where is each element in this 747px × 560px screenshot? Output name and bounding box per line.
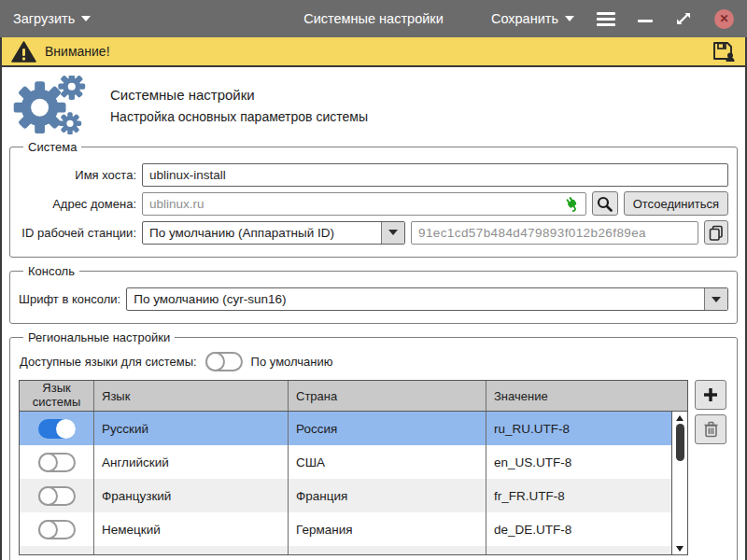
scroll-down-icon[interactable] [672,542,687,554]
row-language-toggle[interactable] [38,486,76,506]
hostname-label: Имя хоста: [19,168,136,182]
language-table-body: РусскийРоссияru_RU.UTF-8АнглийскийСШАen_… [20,412,687,554]
column-header-country: Страна [289,381,486,411]
cell-value: fr_FR.UTF-8 [486,489,671,503]
workstation-id-selected: По умолчанию (Аппаратный ID) [143,222,381,244]
page-subtitle: Настройка основных параметров системы [110,109,368,124]
system-settings-window: Системные настройки Загрузить Сохранить … [0,0,747,560]
regional-section: Региональные настройки Доступные языки д… [9,330,738,560]
save-menu-label: Сохранить [491,11,558,26]
load-menu-button[interactable]: Загрузить [13,11,91,26]
console-font-label: Шрифт в консоли: [19,292,120,306]
save-file-icon[interactable] [712,40,736,63]
system-legend: Система [23,140,81,154]
scroll-up-icon[interactable] [672,412,687,424]
table-row-partial [20,546,671,554]
row-language-toggle[interactable] [38,520,76,539]
gears-icon [11,76,95,134]
copy-id-button[interactable] [704,220,728,245]
warning-bar: Внимание! [2,37,745,67]
console-font-select[interactable]: По умолчанию (cyr-sun16) [126,287,728,311]
chevron-down-icon [565,16,574,21]
close-icon[interactable]: ✕ [714,9,734,29]
menu-icon[interactable] [597,12,615,26]
cell-country: Франция [289,479,486,512]
hostname-input[interactable] [142,163,728,187]
cell-language: Французкий [94,479,289,512]
available-languages-label: Доступные языки для системы: [20,355,197,369]
save-menu-button[interactable]: Сохранить [491,11,574,26]
workstation-id-select[interactable]: По умолчанию (Аппаратный ID) [142,221,405,245]
language-table: Язык системы Язык Страна Значение Русски… [19,380,688,555]
row-language-toggle[interactable] [38,419,76,439]
chevron-down-icon[interactable] [381,222,404,244]
plug-connected-icon [564,196,581,216]
cell-language: Русский [94,412,289,445]
warning-text: Внимание! [45,44,110,59]
titlebar: Системные настройки Загрузить Сохранить … [0,0,747,37]
app-header: Системные настройки Настройка основных п… [2,67,745,140]
cell-country: США [289,445,486,479]
available-languages-toggle[interactable] [205,352,243,371]
search-icon [597,196,613,212]
row-language-toggle[interactable] [38,453,76,472]
search-domain-button[interactable] [592,191,618,216]
domain-input[interactable] [142,192,586,216]
cell-system-language [20,479,94,512]
resize-icon[interactable] [675,10,692,27]
copy-icon [709,225,724,241]
plus-icon [702,386,719,403]
cell-system-language [20,412,94,445]
language-table-header: Язык системы Язык Страна Значение [20,381,687,412]
warning-triangle-icon [11,41,36,63]
domain-label: Адрес домена: [19,197,136,211]
cell-country: Германия [289,512,486,546]
table-row[interactable]: НемецкийГерманияde_DE.UTF-8 [20,512,671,546]
column-header-language: Язык [94,381,289,411]
table-row[interactable]: ФранцузкийФранцияfr_FR.UTF-8 [20,479,671,512]
table-scrollbar[interactable] [671,412,687,554]
workstation-id-label: ID рабочей станции: [19,226,136,240]
system-section: Система Имя хоста: Адрес домена: [9,140,738,258]
disconnect-button[interactable]: Отсоединиться [624,191,728,216]
available-languages-note: По умолчанию [251,355,333,369]
console-font-selected: По умолчанию (cyr-sun16) [127,288,704,310]
cell-language: Немецкий [94,512,289,546]
cell-language: Английский [94,445,289,479]
column-header-system-language: Язык системы [20,381,94,411]
column-header-value: Значение [486,381,687,411]
minimize-icon[interactable] [638,20,653,22]
cell-value: ru_RU.UTF-8 [486,422,671,436]
cell-system-language [20,445,94,479]
table-row[interactable]: АнглийскийСШАen_US.UTF-8 [20,445,671,479]
console-legend: Консоль [23,264,79,278]
scrollbar-thumb[interactable] [676,424,684,461]
chevron-down-icon[interactable] [704,288,727,310]
cell-system-language [20,512,94,546]
cell-country: Россия [289,412,486,445]
add-language-button[interactable] [695,380,726,410]
hardware-id-field [411,221,698,245]
delete-language-button[interactable] [695,414,726,444]
load-menu-label: Загрузить [13,11,75,26]
page-title: Системные настройки [110,87,368,103]
console-section: Консоль Шрифт в консоли: По умолчанию (c… [9,264,738,324]
trash-icon [703,421,719,438]
regional-legend: Региональные настройки [23,330,175,344]
cell-value: en_US.UTF-8 [486,455,671,469]
chevron-down-icon [81,16,91,21]
table-row[interactable]: РусскийРоссияru_RU.UTF-8 [20,412,671,445]
cell-value: de_DE.UTF-8 [486,523,671,537]
